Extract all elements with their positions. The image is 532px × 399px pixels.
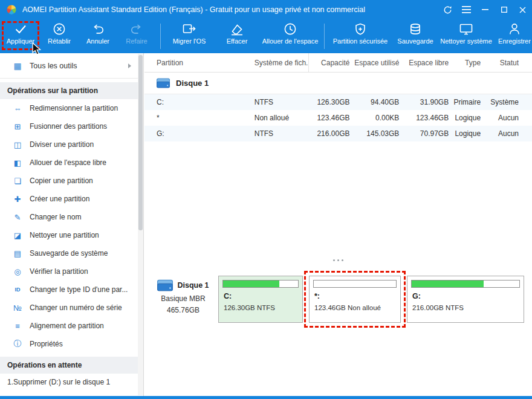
apply-button[interactable]: Appliquer [1,21,40,52]
pending-operation-item[interactable]: 1.Supprimer (D:) sur le disque 1 [0,374,143,391]
cell-capacity: 126.30GB [309,94,350,110]
close-button[interactable] [513,0,532,19]
column-header-filesystem[interactable]: Système de fich... [255,53,309,72]
sidebar-item-change-label[interactable]: ✎ Changer le nom [0,208,143,226]
sidebar-item-merge-partitions[interactable]: ⊞ Fusionner des partitions [0,117,143,135]
partition-block-info: 216.00GB NTFS [412,304,464,311]
cell-partition: G: [144,126,255,141]
discard-button[interactable]: Rétablir [40,21,79,52]
cell-status: Système [481,94,532,110]
partition-block-label: *: [314,292,320,300]
backup-icon [407,21,423,37]
sidebar: ▦ Tous les outils Opérations sur la part… [0,53,144,396]
partition-block-label: C: [224,292,232,300]
sidebar-item-label: Copier une partition [30,177,93,185]
partition-block-c[interactable]: C: 126.30GB NTFS [218,276,303,323]
toolbar-separator [324,24,325,49]
sidebar-item-change-serial[interactable]: № Changer un numéro de série [0,299,143,317]
column-header-status[interactable]: Statut [481,53,532,72]
cell-used-space: 94.40GB [349,94,399,110]
column-header-capacity[interactable]: Capacité [309,53,350,72]
sidebar-item-change-type-id[interactable]: ID Changer le type ID d'une par... [0,281,143,299]
redo-icon [129,21,144,37]
cell-partition: C: [144,94,255,110]
cell-partition: * [144,110,255,126]
secure-partition-button[interactable]: Partition sécurisée [329,21,392,52]
cell-type: Primaire [449,94,481,110]
allocate-space-button-label: Allouer de l'espace [262,37,319,45]
sidebar-item-wipe-partition[interactable]: ◪ Nettoyer une partition [0,226,143,244]
sidebar-item-system-backup[interactable]: ▤ Sauvegarde de système [0,244,143,262]
sidebar-item-partition-alignment[interactable]: ≡ Alignement de partition [0,317,143,335]
maximize-button[interactable] [495,0,513,19]
usage-bar-fill [223,281,279,287]
partition-block-label: G: [412,292,421,300]
table-header: Partition Système de fich... Capacité Es… [144,53,532,73]
backup-button[interactable]: Sauvegarde [392,21,439,52]
cell-capacity: 123.46GB [309,110,350,126]
sidebar-item-allocate-free-space[interactable]: ◧ Allouer de l'espace libre [0,154,143,172]
sidebar-scrollbar-thumb[interactable] [138,55,143,230]
clean-system-button-label: Nettoyer système [440,37,492,45]
table-row[interactable]: C: NTFS 126.30GB 94.40GB 31.90GB Primair… [144,94,532,110]
chevron-right-icon [128,63,131,68]
disk-map-info[interactable]: Disque 1 Basique MBR 465.76GB [151,279,216,314]
migrate-os-button[interactable]: Migrer l'OS [165,21,213,52]
column-header-type[interactable]: Type [449,53,481,72]
register-button[interactable]: Enregistrer [493,21,532,52]
column-header-partition[interactable]: Partition [144,53,255,72]
table-row[interactable]: * Non alloué 123.46GB 0.00KB 123.46GB Lo… [144,110,532,126]
sidebar-item-properties[interactable]: ⓘ Propriétés [0,335,143,353]
redo-button-label: Refaire [126,37,147,45]
toolbar: Appliquer Rétablir Annuler Refaire Migre… [0,19,532,53]
menu-button[interactable] [457,0,476,19]
cell-free-space: 31.90GB [399,94,449,110]
clean-system-button[interactable]: Nettoyer système [439,21,493,52]
sidebar-item-create-partition[interactable]: ✚ Créer une partition [0,190,143,208]
column-header-used-space[interactable]: Espace utilisé [349,53,399,72]
sidebar-scrollbar[interactable] [138,54,143,395]
column-header-free-space[interactable]: Espace libre [399,53,449,72]
sidebar-item-label: Nettoyer une partition [30,231,99,239]
splitter-handle[interactable] [144,256,532,264]
cell-type: Logique [449,126,481,141]
cell-free-space: 123.46GB [399,110,449,126]
refresh-button[interactable] [438,0,457,19]
sidebar-item-label: Créer une partition [30,195,89,203]
split-partition-icon: ◫ [12,140,23,149]
backup-button-label: Sauvegarde [397,37,433,45]
cell-filesystem: Non alloué [255,110,309,126]
sidebar-item-label: Redimensionner la partition [30,104,118,112]
sidebar-item-all-tools[interactable]: ▦ Tous les outils [0,53,143,79]
allocate-space-icon [282,21,298,37]
allocate-free-space-icon: ◧ [12,158,23,167]
cell-free-space: 70.97GB [399,126,449,141]
window-bottom-border [0,396,532,399]
migrate-os-icon [181,21,197,37]
sidebar-item-copy-partition[interactable]: ❏ Copier une partition [0,172,143,190]
sidebar-item-check-partition[interactable]: ◎ Vérifier la partition [0,262,143,281]
usage-bar [313,280,397,288]
cell-used-space: 0.00KB [349,110,399,126]
sidebar-item-label: Vérifier la partition [30,267,88,276]
partition-block-unallocated[interactable]: *: 123.46GB Non alloué [309,276,401,323]
allocate-space-button[interactable]: Allouer de l'espace [261,21,320,52]
disk-group-row[interactable]: Disque 1 [144,73,532,94]
register-icon [507,21,522,37]
disk-map: Disque 1 Basique MBR 465.76GB C: 126.30G… [144,273,532,331]
erase-button[interactable]: Effacer [213,21,261,52]
minimize-button[interactable] [476,0,495,19]
partition-block-g[interactable]: G: 216.00GB NTFS [407,276,524,323]
sidebar-item-split-partition[interactable]: ◫ Diviser une partition [0,135,143,154]
sidebar-item-label: Alignement de partition [30,322,104,330]
sidebar-item-label: Changer un numéro de série [30,303,122,312]
undo-button[interactable]: Annuler [79,21,117,52]
partition-block-info: 123.46GB Non alloué [314,304,381,311]
sidebar-item-resize-partition[interactable]: ⇔ Redimensionner la partition [0,99,143,117]
usage-bar-fill [412,281,484,287]
table-row[interactable]: G: NTFS 216.00GB 145.03GB 70.97GB Logiqu… [144,126,532,141]
erase-button-label: Effacer [227,37,248,45]
undo-icon [90,21,106,37]
cell-type: Logique [449,110,481,126]
apply-button-label: Appliquer [7,37,34,45]
